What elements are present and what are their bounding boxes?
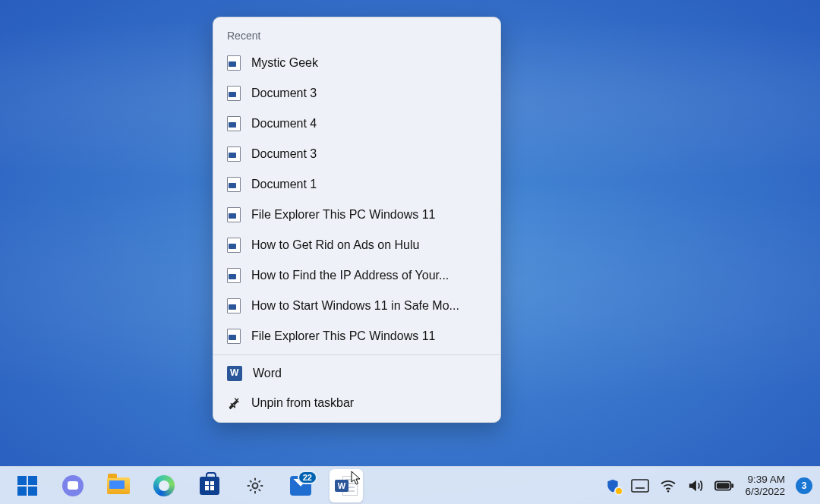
volume-icon[interactable] (687, 478, 704, 493)
word-doc-icon (227, 116, 241, 131)
jumplist-item-label: Document 1 (251, 178, 317, 191)
divider (213, 354, 500, 355)
jumplist-item-label: How to Get Rid on Ads on Hulu (251, 238, 419, 252)
clock-time: 9:39 AM (745, 474, 785, 486)
jumplist-recent-item[interactable]: Document 3 (213, 139, 500, 169)
jumplist-recent-item[interactable]: How to Find the IP Address of Your... (213, 260, 500, 291)
word-doc-icon (227, 146, 241, 162)
wifi-icon[interactable] (660, 479, 676, 493)
system-tray: 9:39 AM 6/3/2022 3 (605, 467, 812, 504)
taskbar-clock[interactable]: 9:39 AM 6/3/2022 (745, 474, 785, 497)
jumplist-item-label: File Explorer This PC Windows 11 (251, 208, 435, 222)
taskbar-edge[interactable] (147, 469, 181, 502)
jumplist-item-label: How to Find the IP Address of Your... (251, 269, 449, 282)
jumplist-unpin-label: Unpin from taskbar (251, 396, 354, 410)
edge-browser-icon (153, 475, 175, 496)
jumplist-app-launch[interactable]: Word (213, 358, 500, 389)
gear-icon (244, 475, 266, 496)
jumplist-recent-item[interactable]: Mystic Geek (213, 48, 500, 78)
jumplist-item-label: Mystic Geek (251, 56, 318, 70)
mail-badge: 22 (298, 471, 317, 484)
jumplist-app-label: Word (253, 367, 282, 380)
word-doc-icon (227, 298, 241, 313)
unpin-icon (227, 396, 241, 410)
word-doc-icon (227, 86, 241, 101)
taskbar-word[interactable]: W (330, 469, 363, 502)
jumplist-recent-item[interactable]: Document 3 (213, 78, 500, 109)
svg-point-8 (667, 490, 670, 492)
chat-icon (62, 475, 84, 496)
jumplist-recent-item[interactable]: How to Get Rid on Ads on Hulu (213, 230, 500, 260)
jumplist-section-recent: Recent (213, 22, 500, 48)
svg-rect-11 (717, 483, 730, 488)
input-indicator-icon[interactable] (631, 479, 649, 493)
word-app-icon: W (335, 476, 358, 496)
warning-badge-icon (614, 487, 623, 496)
jumplist-item-label: Document 4 (251, 117, 317, 131)
jumplist-item-label: File Explorer This PC Windows 11 (251, 329, 435, 343)
file-explorer-icon (107, 477, 130, 494)
word-doc-icon (227, 329, 241, 344)
taskbar-store[interactable] (193, 469, 226, 502)
taskbar-settings[interactable] (238, 469, 272, 502)
word-doc-icon (227, 55, 241, 71)
svg-point-1 (253, 483, 258, 488)
word-app-icon (227, 366, 242, 381)
svg-rect-2 (632, 480, 648, 492)
word-doc-icon (227, 207, 241, 222)
jumplist-recent-item[interactable]: Document 4 (213, 109, 500, 139)
taskbar-file-explorer[interactable] (102, 469, 135, 502)
jumplist-item-label: How to Start Windows 11 in Safe Mo... (251, 299, 459, 313)
jumplist-recent-item[interactable]: How to Start Windows 11 in Safe Mo... (213, 291, 500, 321)
word-doc-icon (227, 268, 241, 283)
start-button[interactable] (11, 469, 44, 502)
windows-logo-icon (17, 476, 37, 496)
word-doc-icon (227, 238, 241, 253)
jumplist-item-label: Document 3 (251, 87, 317, 100)
jumplist-recent-item[interactable]: Document 1 (213, 169, 500, 200)
svg-rect-10 (732, 484, 734, 488)
clock-date: 6/3/2022 (745, 486, 785, 498)
battery-icon[interactable] (714, 480, 734, 492)
taskbar-mail[interactable]: 22 (284, 469, 317, 502)
jumplist-word: Recent Mystic Geek Document 3 Document 4… (213, 17, 501, 423)
jumplist-recent-item[interactable]: File Explorer This PC Windows 11 (213, 200, 500, 230)
jumplist-recent-item[interactable]: File Explorer This PC Windows 11 (213, 321, 500, 351)
taskbar: 22 W (0, 466, 820, 504)
windows-security-icon[interactable] (605, 477, 620, 494)
jumplist-unpin[interactable]: Unpin from taskbar (213, 389, 500, 417)
notification-center-badge[interactable]: 3 (796, 477, 812, 494)
microsoft-store-icon (200, 477, 219, 495)
jumplist-item-label: Document 3 (251, 147, 317, 161)
taskbar-teams-chat[interactable] (56, 469, 90, 502)
word-doc-icon (227, 177, 241, 192)
